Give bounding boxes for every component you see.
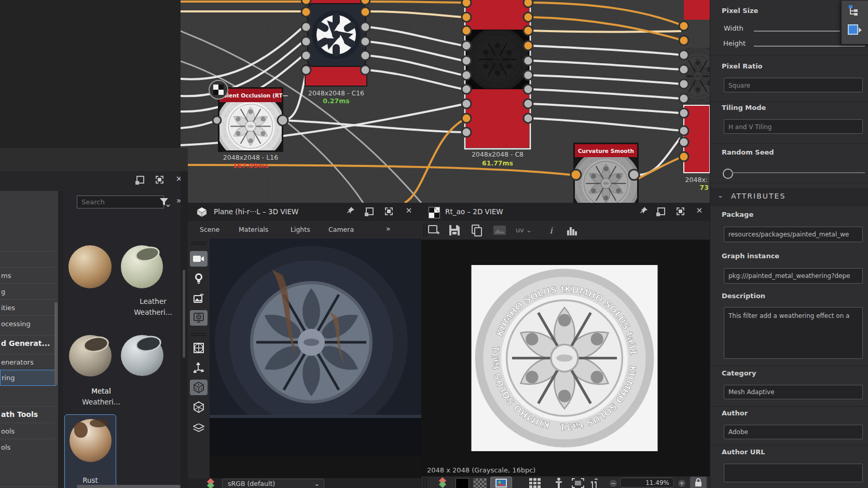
zoom-in-button[interactable]: + xyxy=(678,480,685,487)
random-seed-knob[interactable] xyxy=(723,169,733,179)
author-input[interactable] xyxy=(724,425,863,439)
layers-view-button[interactable] xyxy=(190,420,208,436)
image-view-button[interactable] xyxy=(490,477,512,488)
view2d-toolbar: uv ⌄ i xyxy=(421,221,710,240)
menu-lights[interactable]: Lights xyxy=(291,226,310,233)
random-seed-slider[interactable] xyxy=(732,172,865,173)
pixel-ratio-value: Square xyxy=(728,82,750,89)
package-input[interactable] xyxy=(724,227,863,242)
section-separator xyxy=(710,183,868,183)
zoom-level[interactable]: 11.49% xyxy=(620,478,674,487)
uv-dropdown[interactable]: uv ⌄ xyxy=(516,226,532,234)
view3d-viewport[interactable] xyxy=(210,239,421,455)
colorspace-icon[interactable] xyxy=(438,478,448,487)
new-image-button[interactable] xyxy=(428,225,440,236)
preview-icon[interactable] xyxy=(848,24,862,36)
search-input[interactable] xyxy=(77,196,164,208)
view2d-maximize-button[interactable] xyxy=(677,206,685,215)
fit-image-button[interactable] xyxy=(572,478,584,488)
solid-view-button[interactable] xyxy=(190,380,208,395)
tiling-grid-button[interactable] xyxy=(529,478,541,488)
view3d-float-button[interactable] xyxy=(366,206,374,215)
camera-tool-button[interactable] xyxy=(190,251,208,267)
node-c16[interactable]: 2048x2048 - C16 0.27ms xyxy=(305,0,367,105)
properties-panel: Pixel Size Width Height Pixel Ratio Squa… xyxy=(710,0,868,488)
node-tree-icon[interactable] xyxy=(848,5,860,17)
camera-icon xyxy=(193,255,204,263)
menu-camera[interactable]: Camera xyxy=(328,226,354,233)
item-label[interactable]: Metal xyxy=(73,387,130,395)
item-thumbnail-leather[interactable] xyxy=(68,245,112,288)
wireframe-view-button[interactable] xyxy=(190,399,208,415)
checker-background-button[interactable] xyxy=(473,478,487,488)
colorspace-select[interactable]: sRGB (default) ⌄ xyxy=(222,479,324,488)
attributes-header[interactable]: ⌄ ATTRIBUTES xyxy=(710,188,868,206)
view2d-bottombar: − 11.49% + xyxy=(421,476,710,488)
width-slider[interactable] xyxy=(754,31,840,32)
rust-blotch xyxy=(74,422,88,438)
node-graph-canvas[interactable]: KUMHO SOLUS ta31 KUMHO SOLUS ta31 KUMHO … xyxy=(181,0,710,203)
uv-view-button[interactable] xyxy=(190,340,208,356)
export-image-button[interactable] xyxy=(493,225,506,235)
view3d-close-button[interactable]: ✕ xyxy=(405,206,413,215)
height-slider[interactable] xyxy=(754,46,865,47)
tiling-mode-select[interactable]: H and V Tiling xyxy=(724,119,863,134)
item-label[interactable]: Leather xyxy=(125,297,182,305)
author-url-input[interactable] xyxy=(724,464,863,482)
filter-icon[interactable] xyxy=(158,196,171,207)
library-maximize-button[interactable] xyxy=(156,175,164,183)
library-items-grid: » Leather Weatheri... Moss Weatheri... M… xyxy=(63,191,188,488)
display-settings-button[interactable] xyxy=(190,310,208,326)
menu-scene[interactable]: Scene xyxy=(200,226,219,233)
library-category[interactable] xyxy=(0,251,55,268)
background-toggle-button[interactable] xyxy=(209,80,228,99)
save-button[interactable] xyxy=(448,224,461,236)
light-tool-button[interactable] xyxy=(190,271,208,286)
colorspace-icon xyxy=(206,479,216,488)
view2d-viewport[interactable] xyxy=(421,240,710,466)
pin-icon[interactable] xyxy=(640,206,648,215)
library-category[interactable]: d Generat... xyxy=(0,335,55,352)
item-tile-rust-selected[interactable]: Rust Weatheri... xyxy=(64,414,116,488)
view3d-bottombar: sRGB (default) ⌄ xyxy=(188,478,421,488)
category-scrollbar[interactable] xyxy=(54,302,58,385)
menu-materials[interactable]: Materials xyxy=(239,226,268,233)
library-float-button[interactable] xyxy=(136,175,145,183)
library-category[interactable]: ols xyxy=(0,439,55,455)
view2d-header[interactable]: Rt_ao – 2D VIEW ✕ xyxy=(421,203,710,221)
graph-instance-input[interactable] xyxy=(724,268,863,284)
transform-tool-button[interactable] xyxy=(190,360,208,375)
library-category[interactable]: ities xyxy=(0,299,55,316)
library-category[interactable]: g xyxy=(0,283,55,300)
library-category[interactable]: ools xyxy=(0,423,55,439)
library-category[interactable]: enerators xyxy=(0,354,55,370)
view2d-close-button[interactable]: ✕ xyxy=(695,206,704,215)
library-category[interactable]: ocessing xyxy=(0,315,55,332)
mannequin-button[interactable] xyxy=(555,478,562,488)
library-category-selected[interactable]: ring xyxy=(0,370,56,386)
node-c8[interactable]: 2048x2048 - C8 61.77ms xyxy=(464,0,530,167)
category-input[interactable] xyxy=(724,385,863,399)
actual-size-button[interactable] xyxy=(590,478,602,488)
library-category[interactable]: ms xyxy=(0,267,55,284)
black-background-button[interactable] xyxy=(456,478,469,488)
info-button[interactable]: i xyxy=(547,224,555,236)
view3d-menu-overflow[interactable]: » xyxy=(386,225,391,233)
view3d-header[interactable]: Plane (hi-r···L – 3D VIEW ✕ xyxy=(188,203,421,221)
item-label[interactable]: Weatheri... xyxy=(125,308,182,316)
node-ambient-occlusion[interactable]: Ambient Occlusion (RT— 2048x2048 - L16 1… xyxy=(213,87,288,170)
description-textarea[interactable]: This filter add a weathering effect on a xyxy=(724,307,863,359)
histogram-button[interactable] xyxy=(567,225,578,235)
library-hscrollbar[interactable] xyxy=(77,485,181,488)
copy-button[interactable] xyxy=(471,224,483,236)
pin-icon[interactable] xyxy=(347,206,355,215)
environment-tool-button[interactable] xyxy=(190,290,208,306)
library-category[interactable]: ath Tools xyxy=(0,406,55,423)
pixel-ratio-select[interactable]: Square xyxy=(724,78,863,92)
zoom-out-button[interactable]: − xyxy=(610,480,617,487)
view2d-float-button[interactable] xyxy=(657,206,666,215)
item-label[interactable]: Weatheri... xyxy=(73,398,130,406)
lock-button[interactable] xyxy=(690,477,707,488)
gutter-scrollbar[interactable] xyxy=(183,270,185,358)
view3d-maximize-button[interactable] xyxy=(385,206,393,215)
